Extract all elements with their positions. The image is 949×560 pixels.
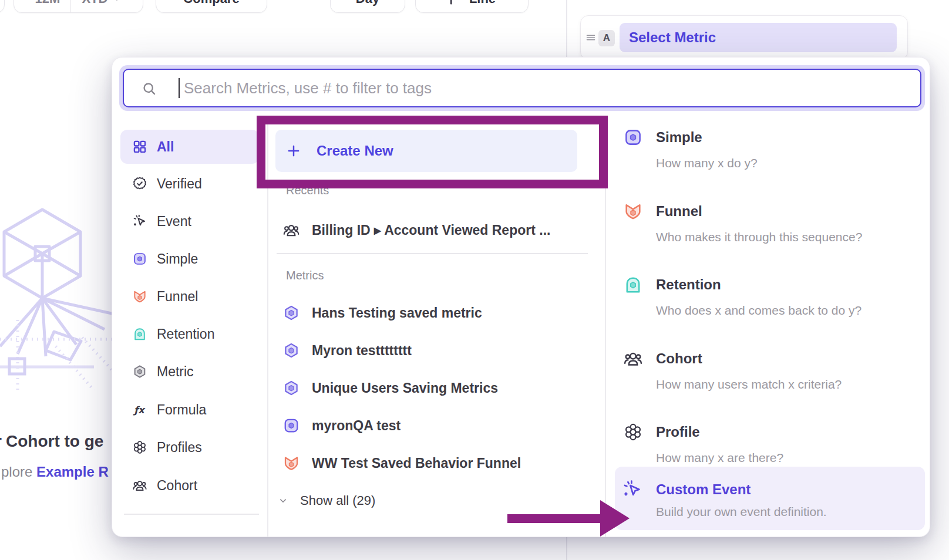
metric-list-item[interactable]: myronQA test — [277, 411, 594, 440]
toolbar-fragment-button[interactable] — [0, 0, 5, 13]
sidebar-item-metric[interactable]: Metric — [120, 357, 259, 386]
app-root: 12M XTD Compare Day Line A Select Metric — [0, 0, 949, 560]
chart-type-line-button[interactable]: Line — [415, 0, 529, 13]
line-chart-icon — [448, 0, 463, 6]
type-title: Custom Event — [656, 481, 751, 498]
sidebar-item-label: Funnel — [157, 289, 198, 305]
recent-item-label: Billing ID ▸ Account Viewed Report ... — [312, 222, 550, 238]
custom-event-icon — [622, 479, 643, 500]
example-reports-link[interactable]: Example R — [36, 464, 109, 480]
sidebar-item-label: Retention — [157, 326, 214, 342]
search-icon — [142, 81, 157, 96]
sidebar-item-all[interactable]: All — [120, 130, 259, 164]
type-description: How many x are there? — [656, 450, 783, 465]
empty-state-illustration — [0, 197, 115, 390]
retention-icon — [132, 326, 147, 342]
sidebar-item-label: Cohort — [157, 478, 197, 494]
type-description: Build your own event definition. — [656, 504, 827, 519]
chevron-down-icon — [112, 0, 122, 4]
sidebar-item-simple[interactable]: Simple — [120, 245, 259, 273]
metric-item-label: myronQA test — [312, 418, 401, 434]
recent-item[interactable]: Billing ID ▸ Account Viewed Report ... — [277, 216, 594, 244]
profiles-icon — [132, 440, 147, 455]
type-cohort[interactable]: Cohort How many users match x criteria? — [611, 343, 925, 399]
range-12m-button[interactable]: 12M — [25, 0, 71, 12]
sidebar-item-profiles[interactable]: Profiles — [120, 433, 259, 461]
simple-icon — [282, 417, 300, 434]
metric-icon — [132, 364, 147, 379]
sidebar-item-label: All — [157, 139, 174, 155]
empty-state-headline: Cohort to ge — [6, 432, 103, 451]
sidebar-divider — [124, 514, 259, 515]
type-description: How many users match x criteria? — [656, 377, 842, 392]
show-all-label: Show all (29) — [300, 493, 375, 508]
granularity-day-button[interactable]: Day — [330, 0, 405, 13]
sidebar-item-formula[interactable]: Formula — [120, 396, 259, 424]
verified-seal-icon — [132, 176, 147, 191]
saved-metric-icon — [282, 304, 300, 322]
sidebar-item-funnel[interactable]: Funnel — [120, 282, 259, 311]
event-cursor-icon — [132, 214, 147, 229]
pane-divider — [566, 537, 567, 560]
pane-divider — [566, 0, 567, 57]
type-retention[interactable]: Retention Who does x and comes back to d… — [611, 269, 925, 325]
formula-icon — [132, 402, 147, 417]
show-all-button[interactable]: Show all (29) — [278, 487, 375, 515]
tag-icon — [132, 535, 147, 537]
type-title: Retention — [656, 276, 721, 294]
sidebar-item-tags[interactable]: Tags — [120, 529, 259, 537]
metric-list-item[interactable]: Hans Testing saved metric — [277, 299, 594, 327]
select-metric-button[interactable]: Select Metric — [620, 23, 897, 52]
empty-state-headline-fragment: r — [0, 432, 2, 451]
search-field[interactable] — [123, 69, 921, 107]
compare-button[interactable]: Compare — [156, 0, 267, 13]
simple-icon — [623, 127, 643, 147]
sidebar-item-event[interactable]: Event — [120, 207, 259, 235]
type-profile[interactable]: Profile How many x are there? — [611, 416, 925, 473]
sidebar-item-label: Formula — [157, 402, 206, 418]
search-input[interactable] — [183, 70, 887, 106]
sidebar-item-cohort[interactable]: Cohort — [120, 471, 259, 500]
metric-list-item[interactable]: Myron testttttttt — [277, 336, 594, 365]
metrics-section-label: Metrics — [286, 269, 324, 282]
metric-list-item[interactable]: Unique Users Saving Metrics — [277, 374, 594, 402]
date-range-group: 12M XTD — [14, 0, 143, 13]
sidebar-item-label: Simple — [157, 251, 198, 267]
explore-prefix: plore — [1, 464, 32, 480]
retention-icon — [623, 275, 643, 295]
type-funnel[interactable]: Funnel Who makes it through this sequenc… — [611, 195, 925, 252]
saved-metric-icon — [282, 342, 300, 359]
drag-handle-icon[interactable] — [584, 31, 597, 44]
sidebar-item-verified[interactable]: Verified — [120, 170, 259, 198]
type-description: Who does x and comes back to do y? — [656, 303, 861, 318]
type-custom-event[interactable]: Custom Event Build your own event defini… — [615, 467, 925, 530]
range-xtd-button[interactable]: XTD — [70, 0, 132, 12]
metric-list-item[interactable]: WW Test Saved Behavior Funnel — [277, 449, 594, 477]
sidebar-item-label: Tags — [157, 535, 186, 538]
annotation-highlight-box — [257, 116, 608, 188]
type-simple[interactable]: Simple How many x do y? — [611, 122, 925, 178]
cohort-icon — [282, 221, 300, 239]
section-divider — [277, 253, 588, 254]
type-title: Profile — [656, 423, 700, 441]
metric-series-card: A Select Metric — [580, 15, 908, 60]
metric-item-label: Hans Testing saved metric — [312, 305, 482, 321]
profiles-icon — [623, 422, 643, 442]
sidebar-item-label: Profiles — [157, 440, 202, 456]
type-description: How many x do y? — [656, 156, 758, 171]
chevron-down-icon — [278, 495, 288, 506]
simple-icon — [132, 251, 147, 266]
funnel-icon — [623, 201, 643, 221]
metric-item-label: Myron testttttttt — [312, 343, 412, 359]
sidebar-item-label: Event — [157, 214, 191, 230]
series-badge: A — [598, 30, 615, 46]
text-caret — [179, 78, 180, 98]
metric-item-label: WW Test Saved Behavior Funnel — [312, 456, 521, 471]
cohort-icon — [623, 349, 643, 369]
grid-icon — [132, 139, 147, 154]
metric-item-label: Unique Users Saving Metrics — [312, 380, 498, 396]
type-title: Cohort — [656, 350, 702, 367]
annotation-arrow — [507, 514, 601, 523]
sidebar-item-retention[interactable]: Retention — [120, 320, 259, 348]
cohort-icon — [132, 478, 147, 493]
